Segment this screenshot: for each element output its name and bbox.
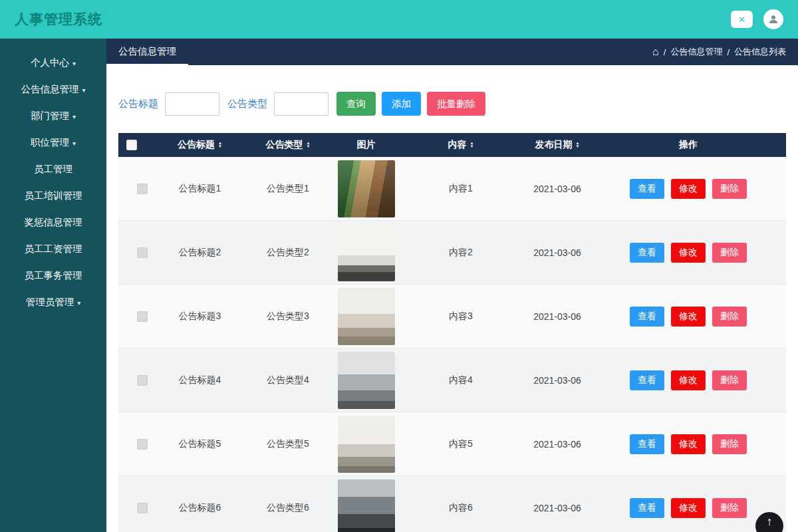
announcement-image	[338, 288, 395, 345]
sidebar-item[interactable]: 职位管理▾	[0, 129, 106, 156]
row-actions: 查看 修改 删除	[591, 348, 786, 412]
arrow-up-icon: ↑	[767, 515, 773, 529]
sidebar-item-label: 管理员管理	[26, 296, 74, 309]
breadcrumb-item-management[interactable]: 公告信息管理	[670, 46, 722, 58]
sidebar-item[interactable]: 部门管理▾	[0, 102, 106, 129]
column-header[interactable]: 发布日期▲▼	[524, 133, 591, 157]
caret-down-icon: ▾	[82, 86, 85, 94]
row-checkbox-cell	[118, 157, 158, 220]
sidebar-item[interactable]: 奖惩信息管理	[0, 209, 106, 235]
table-row: 公告标题6 公告类型6 内容6 2021-03-06 查看 修改 删除	[118, 476, 786, 532]
column-header-label: 公告标题	[178, 139, 215, 151]
row-checkbox[interactable]	[137, 439, 148, 450]
announcement-image-cell	[334, 348, 398, 412]
sort-icon[interactable]: ▲▼	[307, 142, 311, 148]
user-icon	[768, 14, 779, 25]
type-search-input[interactable]	[274, 92, 329, 116]
fullscreen-button[interactable]: ✕	[731, 11, 753, 28]
column-header-label: 操作	[679, 139, 698, 151]
content-topbar: 公告信息管理 ⌂ / 公告信息管理 / 公告信息列表	[106, 39, 798, 65]
batch-delete-button[interactable]: 批量删除	[427, 92, 485, 116]
delete-button[interactable]: 删除	[712, 498, 747, 518]
edit-button[interactable]: 修改	[671, 370, 706, 390]
edit-button[interactable]: 修改	[671, 243, 706, 263]
delete-button[interactable]: 删除	[712, 179, 747, 199]
row-checkbox[interactable]	[137, 247, 148, 258]
add-button[interactable]: 添加	[382, 92, 421, 116]
tab-announcement-management[interactable]: 公告信息管理	[106, 39, 188, 65]
table-row: 公告标题5 公告类型5 内容5 2021-03-06 查看 修改 删除	[118, 412, 786, 476]
announcement-title: 公告标题3	[158, 285, 241, 348]
row-checkbox[interactable]	[137, 375, 148, 386]
view-button[interactable]: 查看	[630, 498, 664, 518]
caret-down-icon: ▾	[72, 113, 76, 120]
sort-icon[interactable]: ▲▼	[470, 142, 474, 148]
sidebar-item[interactable]: 员工事务管理	[0, 262, 106, 289]
view-button[interactable]: 查看	[630, 307, 664, 327]
sort-icon[interactable]: ▲▼	[218, 142, 222, 148]
sidebar-item[interactable]: 个人中心▾	[0, 49, 106, 76]
announcement-content: 内容2	[398, 221, 524, 284]
delete-button[interactable]: 删除	[712, 307, 747, 327]
delete-button[interactable]: 删除	[712, 243, 747, 263]
announcement-image-cell	[334, 157, 398, 220]
announcement-title: 公告标题4	[158, 348, 241, 412]
announcement-date: 2021-03-06	[524, 285, 591, 348]
announcement-date: 2021-03-06	[524, 348, 591, 412]
table-body: 公告标题1 公告类型1 内容1 2021-03-06 查看 修改 删除 公告标题…	[118, 157, 786, 532]
view-button[interactable]: 查看	[630, 370, 664, 390]
edit-button[interactable]: 修改	[671, 179, 706, 199]
row-checkbox[interactable]	[137, 311, 148, 322]
view-button[interactable]: 查看	[630, 179, 664, 199]
home-icon[interactable]: ⌂	[652, 47, 659, 57]
announcement-type: 公告类型2	[241, 221, 334, 284]
select-all-checkbox[interactable]	[126, 140, 137, 150]
column-header-label: 公告类型	[266, 139, 303, 151]
app-title: 人事管理系统	[15, 10, 102, 29]
announcement-image-cell	[334, 221, 398, 284]
table-row: 公告标题2 公告类型2 内容2 2021-03-06 查看 修改 删除	[118, 221, 786, 285]
column-header[interactable]: 内容▲▼	[398, 133, 524, 157]
sort-icon[interactable]: ▲▼	[576, 142, 580, 148]
edit-button[interactable]: 修改	[671, 498, 706, 518]
sidebar-item[interactable]: 员工工资管理	[0, 235, 106, 262]
title-search-input[interactable]	[165, 92, 219, 116]
column-header[interactable]: 公告标题▲▼	[158, 133, 241, 157]
table-row: 公告标题4 公告类型4 内容4 2021-03-06 查看 修改 删除	[118, 348, 786, 412]
breadcrumb-item-list[interactable]: 公告信息列表	[734, 46, 786, 58]
row-checkbox[interactable]	[137, 184, 148, 194]
title-search-label: 公告标题	[118, 98, 158, 110]
fullscreen-icon: ✕	[738, 15, 745, 25]
sidebar-item[interactable]: 员工培训管理	[0, 182, 106, 209]
view-button[interactable]: 查看	[630, 434, 664, 454]
row-checkbox-cell	[118, 412, 158, 475]
column-header-label: 内容	[448, 139, 467, 151]
announcement-image-cell	[334, 476, 398, 532]
view-button[interactable]: 查看	[630, 243, 664, 263]
table-header-row: 公告标题▲▼公告类型▲▼图片内容▲▼发布日期▲▼操作	[118, 133, 786, 157]
column-header-label: 发布日期	[535, 139, 573, 151]
breadcrumb-separator: /	[727, 47, 730, 57]
sidebar-item-label: 奖惩信息管理	[25, 216, 82, 229]
sidebar-item[interactable]: 管理员管理▾	[0, 289, 106, 315]
caret-down-icon: ▾	[77, 299, 80, 307]
delete-button[interactable]: 删除	[712, 434, 747, 454]
announcement-date: 2021-03-06	[524, 221, 591, 284]
announcement-title: 公告标题1	[158, 157, 241, 220]
announcement-image	[338, 479, 395, 532]
column-header-label: 图片	[357, 139, 376, 151]
sidebar-item[interactable]: 公告信息管理▾	[0, 76, 106, 102]
column-header[interactable]: 公告类型▲▼	[241, 133, 334, 157]
user-avatar-button[interactable]	[763, 9, 783, 29]
sidebar-item[interactable]: 员工管理	[0, 156, 106, 182]
announcement-image-cell	[334, 285, 398, 348]
table-row: 公告标题1 公告类型1 内容1 2021-03-06 查看 修改 删除	[118, 157, 786, 221]
edit-button[interactable]: 修改	[671, 434, 706, 454]
edit-button[interactable]: 修改	[671, 307, 706, 327]
row-actions: 查看 修改 删除	[591, 157, 786, 220]
row-checkbox[interactable]	[137, 503, 148, 513]
delete-button[interactable]: 删除	[712, 370, 747, 390]
query-button[interactable]: 查询	[336, 92, 376, 116]
announcement-type: 公告类型4	[241, 348, 334, 412]
row-checkbox-cell	[118, 348, 158, 412]
